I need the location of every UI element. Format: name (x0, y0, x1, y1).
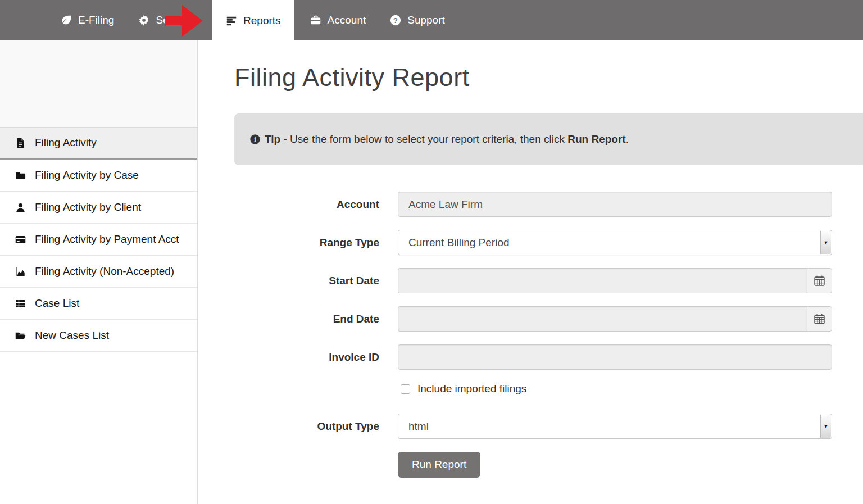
run-report-button[interactable]: Run Report (398, 452, 480, 478)
svg-text:?: ? (393, 16, 398, 25)
output-type-label: Output Type (198, 420, 379, 433)
user-icon (15, 202, 26, 214)
start-date-calendar-button[interactable] (807, 268, 832, 293)
sidebar-item-filing-activity-by-payment-acct[interactable]: Filing Activity by Payment Acct (0, 224, 197, 256)
info-circle-icon: i (249, 134, 261, 145)
top-navbar: E-Filing Settings Reports Account (0, 0, 863, 40)
end-date-row: End Date (198, 306, 863, 332)
briefcase-icon (310, 14, 322, 26)
sidebar-item-new-cases-list[interactable]: New Cases List (0, 320, 197, 352)
report-form: Account Range Type Current Billing Perio… (198, 192, 863, 478)
nav-label: Settings (156, 14, 194, 26)
invoice-id-label: Invoice ID (198, 351, 379, 364)
sidebar-menu: Filing Activity Filing Activity by Case … (0, 127, 197, 352)
account-input (398, 192, 832, 217)
credit-card-icon (15, 234, 26, 246)
nav-label: Account (328, 14, 366, 26)
chevron-down-icon: ▼ (820, 231, 831, 254)
range-type-selected-value: Current Billing Period (408, 237, 510, 249)
start-date-label: Start Date (198, 275, 379, 287)
range-type-select[interactable]: Current Billing Period ▼ (398, 230, 832, 255)
start-date-input[interactable] (398, 268, 807, 293)
folder-icon (15, 170, 26, 181)
start-date-row: Start Date (198, 268, 863, 293)
include-imported-label: Include imported filings (417, 383, 526, 395)
sidebar-item-label: Case List (35, 297, 79, 310)
nav-label: Support (407, 14, 445, 26)
folder-open-icon (15, 330, 26, 342)
sidebar-item-filing-activity[interactable]: Filing Activity (0, 128, 197, 160)
range-type-label: Range Type (198, 237, 379, 249)
nav-item-account[interactable]: Account (298, 0, 378, 40)
account-label: Account (198, 198, 379, 211)
include-imported-checkbox[interactable] (401, 384, 410, 394)
nav-label: Reports (243, 15, 281, 27)
tip-label: Tip (265, 133, 280, 145)
tip-body: - Use the form below to select your repo… (280, 133, 567, 145)
output-type-row: Output Type html ▼ (198, 414, 863, 439)
account-row: Account (198, 192, 863, 217)
area-chart-icon (15, 266, 26, 278)
tip-suffix: . (626, 133, 629, 145)
sidebar-item-label: Filing Activity by Case (35, 169, 139, 181)
main-content: Filing Activity Report i Tip - Use the f… (198, 40, 863, 504)
end-date-calendar-button[interactable] (807, 306, 832, 332)
nav-item-support[interactable]: ? Support (378, 0, 457, 40)
gear-icon (138, 14, 150, 26)
sidebar-item-label: Filing Activity by Payment Acct (35, 233, 179, 246)
page-title: Filing Activity Report (234, 63, 863, 92)
question-circle-icon: ? (389, 14, 402, 26)
nav-item-reports[interactable]: Reports (212, 0, 294, 45)
sidebar-item-filing-activity-non-accepted[interactable]: Filing Activity (Non-Accepted) (0, 256, 197, 288)
end-date-label: End Date (198, 313, 379, 325)
sidebar-item-label: New Cases List (35, 329, 109, 342)
invoice-id-input[interactable] (398, 344, 832, 370)
sidebar: Filing Activity Filing Activity by Case … (0, 40, 198, 504)
report-bars-icon (225, 15, 238, 27)
chevron-down-icon: ▼ (820, 415, 831, 438)
nav-item-e-filing[interactable]: E-Filing (48, 0, 126, 40)
sidebar-item-case-list[interactable]: Case List (0, 288, 197, 320)
leaf-icon (60, 14, 72, 26)
calendar-icon (814, 313, 825, 325)
sidebar-item-label: Filing Activity by Client (35, 201, 141, 214)
calendar-icon (814, 275, 825, 287)
tip-emphasis: Run Report (567, 133, 625, 145)
nav-item-settings[interactable]: Settings (126, 0, 206, 40)
nav-label: E-Filing (78, 14, 114, 26)
sidebar-item-filing-activity-by-client[interactable]: Filing Activity by Client (0, 192, 197, 224)
sidebar-item-label: Filing Activity (Non-Accepted) (35, 265, 174, 278)
include-imported-row: Include imported filings (198, 383, 863, 395)
invoice-id-row: Invoice ID (198, 344, 863, 370)
run-report-row: Run Report (198, 452, 863, 478)
end-date-input[interactable] (398, 306, 807, 332)
sidebar-item-label: Filing Activity (35, 137, 97, 149)
tip-box: i Tip - Use the form below to select you… (234, 113, 863, 165)
sidebar-item-filing-activity-by-case[interactable]: Filing Activity by Case (0, 160, 197, 192)
output-type-selected-value: html (408, 420, 429, 433)
table-list-icon (15, 298, 26, 310)
range-type-row: Range Type Current Billing Period ▼ (198, 230, 863, 255)
file-text-icon (15, 137, 26, 149)
sidebar-logo-area (0, 40, 197, 127)
output-type-select[interactable]: html ▼ (398, 414, 832, 439)
